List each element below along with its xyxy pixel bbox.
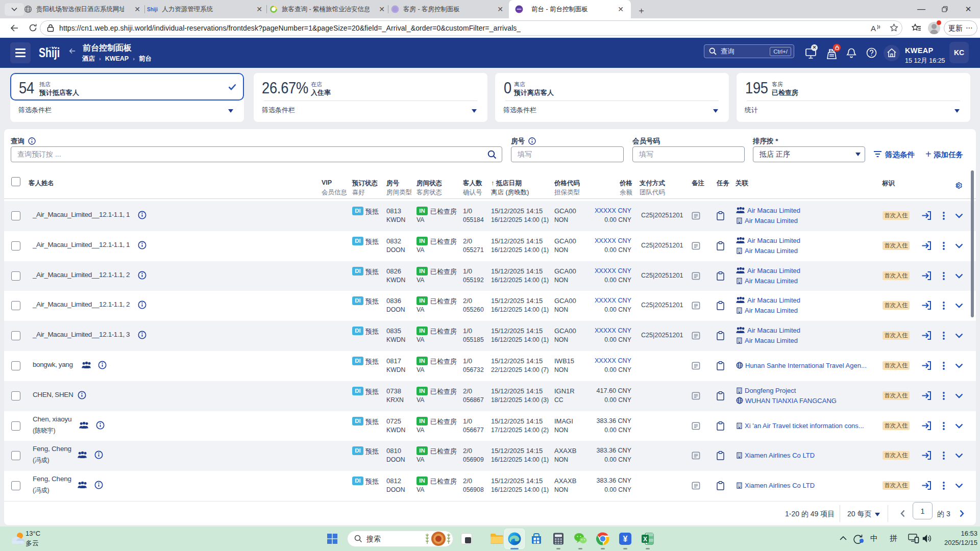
svg-text:¥: ¥ bbox=[623, 535, 628, 543]
svg-text:X: X bbox=[643, 536, 647, 543]
